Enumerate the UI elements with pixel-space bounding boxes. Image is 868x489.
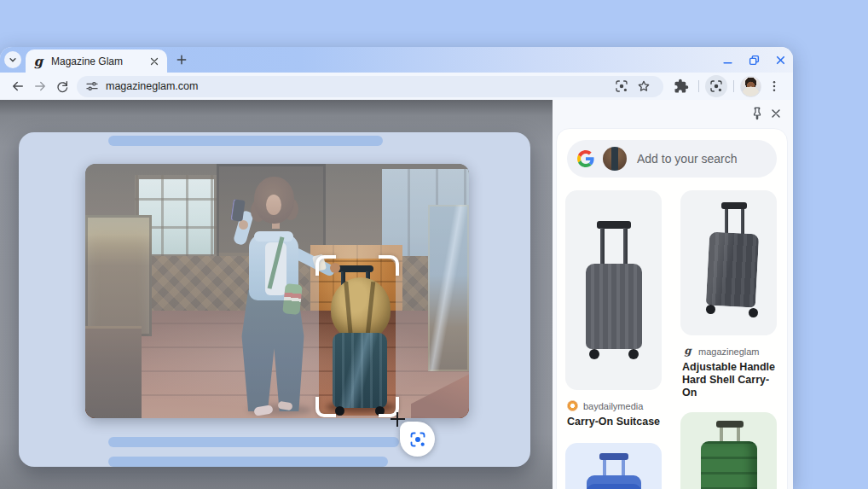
pin-panel-button[interactable] <box>750 107 764 120</box>
tab-close-icon[interactable] <box>148 55 160 67</box>
browser-window: g Magazine Glam <box>0 47 793 489</box>
tab-strip: g Magazine Glam <box>0 47 793 73</box>
text-placeholder-bar <box>108 437 399 447</box>
magazineglam-favicon-icon: g <box>32 55 44 68</box>
magazineglam-favicon-icon: g <box>682 346 693 357</box>
lens-selection-region[interactable] <box>319 259 396 416</box>
suitcase-handle <box>721 202 747 209</box>
suitcase-handle <box>741 209 744 235</box>
add-to-search-box[interactable]: Add to your search <box>567 140 777 178</box>
forward-button[interactable] <box>29 75 51 97</box>
browser-toolbar: magazineglam.com <box>0 73 793 100</box>
restore-button[interactable] <box>749 55 760 66</box>
product-card-gray-suitcase[interactable] <box>565 190 662 390</box>
suitcase-wheel <box>628 349 639 359</box>
text-placeholder-bar <box>108 136 383 146</box>
tab-title: Magazine Glam <box>51 55 148 67</box>
new-tab-button[interactable] <box>174 52 189 67</box>
suitcase-handle <box>600 228 605 265</box>
three-dot-menu-icon <box>767 79 781 93</box>
minimize-button[interactable] <box>722 55 733 66</box>
suitcase-handle <box>720 428 723 441</box>
result-source[interactable]: g magazineglam <box>682 346 777 357</box>
back-button[interactable] <box>7 75 29 97</box>
suitcase-body <box>586 264 642 349</box>
browser-menu-button[interactable] <box>763 75 785 97</box>
product-card-blue-suitcase[interactable] <box>565 443 662 489</box>
lens-icon <box>709 79 723 93</box>
suitcase-handle <box>737 428 740 441</box>
tab-magazine-glam[interactable]: g Magazine Glam <box>26 49 167 73</box>
source-name: baydailymedia <box>583 401 643 411</box>
search-placeholder: Add to your search <box>637 152 738 166</box>
lens-results-card: Add to your search <box>556 128 788 489</box>
lens-icon <box>615 79 628 93</box>
address-bar[interactable]: magazineglam.com <box>77 76 663 97</box>
suitcase-handle <box>725 209 728 235</box>
suitcase-handle <box>603 460 606 475</box>
suitcase-handle <box>623 228 628 265</box>
google-logo-icon <box>577 150 594 167</box>
baydailymedia-favicon-icon <box>567 400 578 411</box>
selected-region-thumbnail[interactable] <box>603 147 627 171</box>
plus-icon <box>175 53 188 67</box>
page-content-dimmed <box>0 100 553 489</box>
window-controls <box>722 47 786 73</box>
suitcase-handle <box>622 460 625 475</box>
desktop-background: g Magazine Glam <box>0 0 868 489</box>
result-source[interactable]: baydailymedia <box>567 400 662 411</box>
toolbar-separator <box>698 80 699 92</box>
lens-toolbar-button[interactable] <box>705 75 727 97</box>
result-title[interactable]: Adjustable Handle Hard Shell Carry-On <box>682 361 777 399</box>
result-title[interactable]: Carry-On Suitcase <box>567 416 662 428</box>
lens-icon <box>409 431 426 448</box>
url-text: magazineglam.com <box>106 80 610 92</box>
chevron-down-icon <box>7 54 19 66</box>
forward-arrow-icon <box>32 79 48 94</box>
article-photo[interactable] <box>85 164 469 418</box>
close-window-button[interactable] <box>775 55 786 66</box>
extensions-button[interactable] <box>670 75 692 97</box>
star-icon <box>637 79 651 93</box>
source-name: magazineglam <box>698 346 760 357</box>
selection-handle-top-right[interactable] <box>379 255 399 276</box>
reload-button[interactable] <box>51 75 73 97</box>
results-column-right: g magazineglam Adjustable Handle Hard Sh… <box>680 190 777 489</box>
lens-search-fab[interactable] <box>400 422 435 457</box>
selection-handle-bottom-left[interactable] <box>315 397 336 417</box>
suitcase-body <box>701 441 757 489</box>
omnibox-lens-button[interactable] <box>610 75 633 97</box>
suitcase-wheel <box>589 349 599 359</box>
panel-header <box>553 100 793 127</box>
close-panel-button[interactable] <box>769 107 783 120</box>
reload-icon <box>55 79 69 93</box>
product-card-dark-suitcase[interactable] <box>680 190 777 335</box>
back-arrow-icon <box>10 79 26 94</box>
text-placeholder-bar <box>108 457 388 467</box>
suitcase-handle <box>716 421 744 428</box>
lens-side-panel: Add to your search <box>553 100 793 489</box>
suitcase-handle <box>599 453 628 460</box>
lens-dim-overlay <box>85 164 469 418</box>
selection-handle-top-left[interactable] <box>315 255 336 276</box>
bookmark-star-button[interactable] <box>633 75 655 97</box>
product-card-green-suitcase[interactable] <box>680 412 777 489</box>
profile-avatar[interactable] <box>740 76 761 97</box>
suitcase-wheel <box>706 305 715 314</box>
extensions-puzzle-icon <box>674 79 689 94</box>
toolbar-separator <box>733 80 734 92</box>
tab-search-button[interactable] <box>4 51 21 68</box>
crosshair-cursor <box>396 412 398 427</box>
results-column-left: baydailymedia Carry-On Suitcase <box>565 190 662 489</box>
suitcase-wheel <box>749 308 758 317</box>
site-info-icon[interactable] <box>85 79 99 93</box>
suitcase-body <box>706 232 759 308</box>
suitcase-body <box>587 475 641 489</box>
